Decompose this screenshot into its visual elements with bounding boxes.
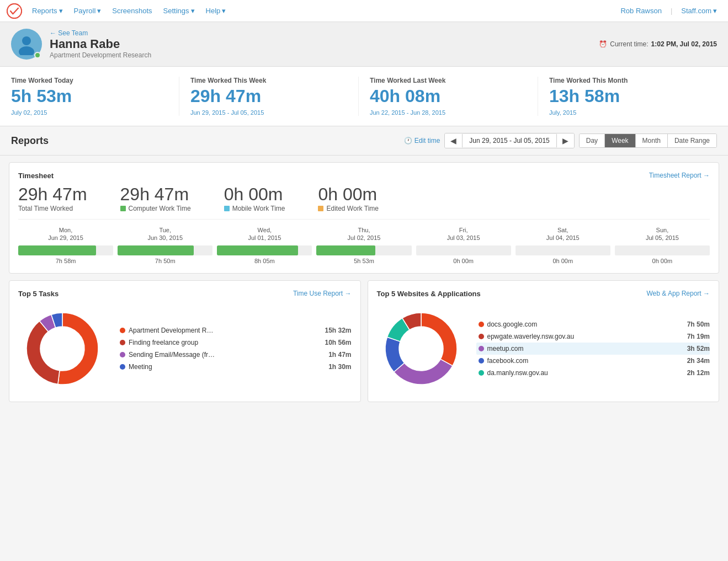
date-range-label: Jun 29, 2015 - Jul 05, 2015 <box>462 134 556 147</box>
legend-item: Sending Email/Message (freel... 1h 47m <box>118 349 352 361</box>
tasks-legend: Apartment Development Rese... 15h 32m Fi… <box>118 324 352 373</box>
nav-reports[interactable]: Reports ▾ <box>28 7 67 15</box>
period-daterange-button[interactable]: Date Range <box>668 134 716 147</box>
day-col-1: Tue,Jun 30, 2015 7h 50m <box>118 226 212 264</box>
top-websites-card: Top 5 Websites & Applications Web & App … <box>368 280 720 402</box>
legend-item: epwgate.waverley.nsw.gov.au 7h 19m <box>476 330 710 343</box>
clock-small-icon: 🕐 <box>404 137 412 145</box>
top-websites-title: Top 5 Websites & Applications <box>377 290 481 298</box>
stats-row: Time Worked Today 5h 53m July 02, 2015 T… <box>0 67 728 126</box>
nav-org[interactable]: Staff.com ▾ <box>677 7 721 15</box>
nav-links: Reports ▾ Payroll ▾ Screenshots Settings… <box>28 7 616 15</box>
day-bar-fill <box>118 245 194 255</box>
tasks-chart-area: Apartment Development Rese... 15h 32m Fi… <box>18 304 352 393</box>
legend-name: Finding freelance group <box>129 339 198 346</box>
navbar: Reports ▾ Payroll ▾ Screenshots Settings… <box>0 0 728 22</box>
legend-time: 10h 56m <box>325 339 351 346</box>
top-websites-header: Top 5 Websites & Applications Web & App … <box>377 290 710 298</box>
day-bar-track <box>217 245 312 255</box>
stat-week: Time Worked This Week 29h 47m Jun 29, 20… <box>190 77 359 116</box>
ts-computer: 29h 47m Computer Work Time <box>120 184 191 212</box>
reports-header: Reports 🕐 Edit time ◀ Jun 29, 2015 - Jul… <box>0 126 728 156</box>
clock-icon: ⏰ <box>599 40 607 48</box>
legend-item: docs.google.com 7h 50m <box>476 318 710 330</box>
legend-name: facebook.com <box>487 357 529 365</box>
day-col-0: Mon,Jun 29, 2015 7h 58m <box>18 226 113 264</box>
prev-date-button[interactable]: ◀ <box>445 133 462 148</box>
bottom-row: Top 5 Tasks Time Use Report → Apartment … <box>9 280 719 402</box>
period-month-button[interactable]: Month <box>636 134 668 147</box>
legend-item: meetup.com 3h 52m <box>476 343 710 355</box>
legend-name: meetup.com <box>487 345 524 352</box>
see-team-link[interactable]: ← See Team <box>50 29 151 37</box>
tasks-donut-chart <box>18 304 107 393</box>
ts-total: 29h 47m Total Time Worked <box>18 184 87 212</box>
web-app-report-link[interactable]: Web & App Report → <box>646 290 710 297</box>
day-bar-track <box>516 245 610 255</box>
legend-name: docs.google.com <box>487 320 538 328</box>
day-col-2: Wed,Jul 01, 2015 8h 05m <box>217 226 312 264</box>
ts-mobile: 0h 00m Mobile Work Time <box>224 184 285 212</box>
next-date-button[interactable]: ▶ <box>557 133 574 148</box>
day-col-5: Sat,Jul 04, 2015 0h 00m <box>516 226 610 264</box>
stat-month: Time Worked This Month 13h 58m July, 201… <box>549 77 717 116</box>
legend-dot <box>120 340 125 345</box>
day-bars: Mon,Jun 29, 2015 7h 58m Tue,Jun 30, 2015… <box>18 219 710 264</box>
legend-time: 1h 30m <box>328 363 351 371</box>
timesheet-report-link[interactable]: Timesheet Report → <box>649 172 710 179</box>
logo[interactable] <box>7 3 22 19</box>
day-bar-track <box>18 245 113 255</box>
timesheet-card: Timesheet Timesheet Report → 29h 47m Tot… <box>9 162 719 274</box>
time-use-report-link[interactable]: Time Use Report → <box>293 290 352 297</box>
nav-payroll[interactable]: Payroll ▾ <box>70 7 106 15</box>
legend-dot <box>479 358 484 364</box>
day-bar-fill <box>18 245 96 255</box>
edit-time-button[interactable]: 🕐 Edit time <box>404 137 440 145</box>
nav-settings[interactable]: Settings ▾ <box>159 7 199 15</box>
legend-time: 7h 50m <box>687 320 710 328</box>
period-buttons: Day Week Month Date Range <box>579 133 717 148</box>
nav-help[interactable]: Help ▾ <box>201 7 231 15</box>
day-bar-track <box>615 245 710 255</box>
day-bar-track <box>316 245 411 255</box>
day-col-3: Thu,Jul 02, 2015 5h 53m <box>316 226 411 264</box>
profile-name: Hanna Rabe <box>50 37 151 51</box>
nav-right: Rob Rawson | Staff.com ▾ <box>616 7 721 15</box>
top-tasks-card: Top 5 Tasks Time Use Report → Apartment … <box>9 280 361 402</box>
day-col-4: Fri,Jul 03, 2015 0h 00m <box>416 226 511 264</box>
period-week-button[interactable]: Week <box>605 134 635 147</box>
day-col-6: Sun,Jul 05, 2015 0h 00m <box>615 226 710 264</box>
stat-last-week: Time Worked Last Week 40h 08m Jun 22, 20… <box>370 77 538 116</box>
avatar <box>11 29 42 60</box>
legend-dot <box>479 370 484 376</box>
reports-section-title: Reports <box>11 135 49 147</box>
svg-point-1 <box>22 36 31 45</box>
legend-name: Meeting <box>129 363 152 371</box>
legend-name: Sending Email/Message (freel... <box>129 351 217 359</box>
nav-user[interactable]: Rob Rawson <box>616 7 666 15</box>
legend-name: da.manly.nsw.gov.au <box>487 369 548 377</box>
stat-today: Time Worked Today 5h 53m July 02, 2015 <box>11 77 179 116</box>
svg-point-0 <box>7 3 22 18</box>
websites-donut-chart <box>377 304 465 393</box>
timesheet-card-header: Timesheet Timesheet Report → <box>18 172 710 180</box>
profile-left: ← See Team Hanna Rabe Apartment Developm… <box>11 29 151 60</box>
websites-chart-area: docs.google.com 7h 50m epwgate.waverley.… <box>377 304 710 393</box>
legend-time: 1h 47m <box>328 351 351 359</box>
legend-time: 3h 52m <box>687 345 710 352</box>
legend-dot <box>479 322 484 327</box>
day-bar-track <box>118 245 212 255</box>
nav-screenshots[interactable]: Screenshots <box>108 7 156 15</box>
timesheet-values: 29h 47m Total Time Worked 29h 47m Comput… <box>18 184 710 212</box>
top-tasks-header: Top 5 Tasks Time Use Report → <box>18 290 352 298</box>
legend-name: epwgate.waverley.nsw.gov.au <box>487 333 575 340</box>
day-bar-fill <box>316 245 375 255</box>
websites-legend: docs.google.com 7h 50m epwgate.waverley.… <box>476 318 710 379</box>
legend-time: 2h 34m <box>687 357 710 365</box>
timesheet-title: Timesheet <box>18 172 54 180</box>
legend-dot <box>479 346 484 351</box>
legend-dot <box>120 364 125 370</box>
period-day-button[interactable]: Day <box>580 134 605 147</box>
day-bar-fill <box>217 245 297 255</box>
legend-item: Finding freelance group 10h 56m <box>118 336 352 349</box>
